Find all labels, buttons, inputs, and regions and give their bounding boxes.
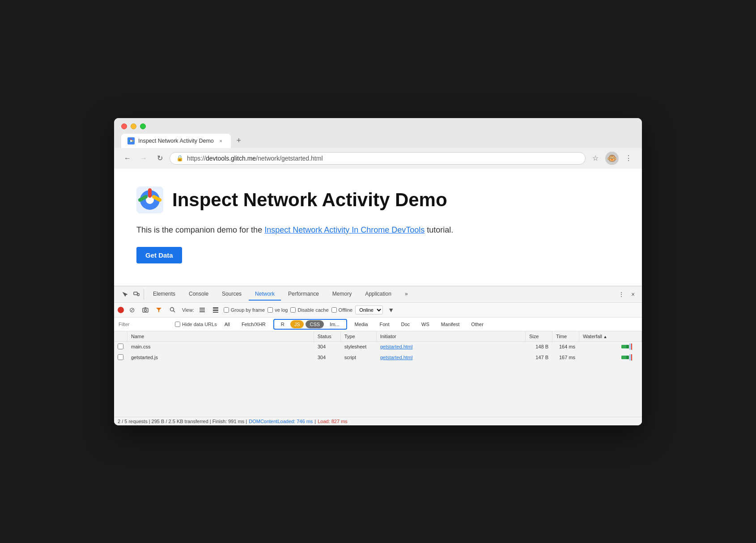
disable-cache-checkbox[interactable]	[290, 307, 296, 313]
th-size[interactable]: Size	[526, 331, 552, 342]
cursor-icon[interactable]	[119, 289, 130, 300]
row-initiator[interactable]: getstarted.html	[376, 341, 525, 352]
filter-js-button[interactable]: JS	[290, 320, 304, 328]
tutorial-link[interactable]: Inspect Network Activity In Chrome DevTo…	[264, 225, 425, 234]
table-row[interactable]: main.css 304 stylesheet getstarted.html …	[114, 341, 642, 352]
search-button[interactable]	[167, 305, 178, 315]
row-size: 147 B	[526, 352, 552, 363]
tab-title: Inspect Network Activity Demo	[138, 138, 214, 144]
filter-doc-button[interactable]: Doc	[397, 320, 414, 328]
filter-css-button[interactable]: CSS	[306, 320, 324, 328]
devtools-kebab-icon[interactable]: ⋮	[616, 289, 627, 300]
row-initiator[interactable]: getstarted.html	[376, 352, 525, 363]
back-button[interactable]: ←	[121, 152, 134, 165]
filter-button[interactable]	[153, 305, 164, 315]
disable-cache-label[interactable]: Disable cache	[290, 307, 328, 313]
filter-input[interactable]	[118, 321, 171, 328]
get-data-button[interactable]: Get Data	[136, 247, 182, 263]
throttle-down-arrow[interactable]: ▼	[386, 305, 396, 315]
responsive-icon[interactable]	[131, 289, 142, 300]
waterfall-bar-dark	[626, 356, 629, 359]
th-type[interactable]: Type	[340, 331, 376, 342]
row-time: 167 ms	[552, 352, 579, 363]
th-time[interactable]: Time	[552, 331, 579, 342]
reload-button[interactable]: ↻	[153, 152, 166, 165]
clear-button[interactable]: ⊘	[127, 305, 137, 315]
svg-point-9	[170, 308, 174, 311]
minimize-traffic-light[interactable]	[131, 123, 136, 129]
offline-label[interactable]: Offline	[331, 307, 353, 313]
url-bar[interactable]: 🔒 https://devtools.glitch.me/network/get…	[170, 152, 586, 165]
filter-img-button[interactable]: Im...	[326, 320, 343, 328]
svg-rect-14	[213, 307, 218, 309]
panel-icons	[118, 289, 144, 300]
close-traffic-light[interactable]	[121, 123, 127, 129]
svg-rect-15	[213, 310, 218, 311]
tab-memory[interactable]: Memory	[326, 288, 358, 301]
filter-font-button[interactable]: Font	[375, 320, 393, 328]
empty-row	[114, 363, 642, 416]
forward-button[interactable]: →	[137, 152, 150, 165]
offline-checkbox[interactable]	[331, 307, 337, 313]
url-domain: devtools.glitch.me	[206, 155, 256, 162]
chrome-logo	[136, 187, 163, 213]
group-by-frame-checkbox[interactable]	[224, 307, 229, 313]
initiator-link[interactable]: getstarted.html	[380, 355, 413, 360]
filter-r-button[interactable]: R	[277, 320, 289, 328]
filter-other-button[interactable]: Other	[467, 320, 488, 328]
active-tab[interactable]: Inspect Network Activity Demo ×	[121, 134, 231, 148]
throttle-select[interactable]: Online	[355, 305, 383, 314]
th-status[interactable]: Status	[314, 331, 340, 342]
url-prefix: https://	[187, 155, 206, 162]
new-tab-button[interactable]: +	[233, 135, 245, 147]
row-name: getstarted.js	[127, 352, 314, 363]
waterfall-red-line	[631, 354, 632, 361]
load-link[interactable]: Load: 827 ms	[318, 419, 348, 424]
group-by-frame-label[interactable]: Group by frame	[224, 307, 265, 313]
tab-console[interactable]: Console	[183, 288, 215, 301]
hide-data-urls-label[interactable]: Hide data URLs	[175, 322, 217, 327]
tab-more[interactable]: »	[399, 288, 414, 301]
th-name[interactable]: Name	[127, 331, 314, 342]
tab-close-button[interactable]: ×	[217, 137, 225, 144]
row-checkbox-cell	[114, 341, 127, 352]
svg-rect-11	[200, 308, 205, 309]
preserve-log-label[interactable]: ve log	[268, 307, 288, 313]
row-checkbox[interactable]	[118, 354, 123, 360]
title-bar: Inspect Network Activity Demo × +	[114, 118, 642, 148]
th-waterfall[interactable]: Waterfall	[579, 331, 642, 342]
initiator-link[interactable]: getstarted.html	[380, 344, 413, 349]
camera-button[interactable]	[140, 305, 151, 315]
row-checkbox[interactable]	[118, 344, 123, 349]
th-initiator[interactable]: Initiator	[376, 331, 525, 342]
record-button[interactable]	[118, 307, 124, 313]
tab-elements[interactable]: Elements	[147, 288, 182, 301]
row-status: 304	[314, 341, 340, 352]
filter-ws-button[interactable]: WS	[417, 320, 433, 328]
svg-rect-16	[213, 312, 218, 313]
table-row[interactable]: getstarted.js 304 script getstarted.html…	[114, 352, 642, 363]
tab-sources[interactable]: Sources	[216, 288, 248, 301]
network-toolbar: ⊘ View:	[114, 303, 642, 318]
dom-content-loaded-link[interactable]: DOMContentLoaded: 746 ms	[249, 419, 313, 424]
traffic-lights	[121, 123, 635, 129]
filter-media-button[interactable]: Media	[351, 320, 372, 328]
list-view-button[interactable]	[197, 305, 208, 315]
tab-performance[interactable]: Performance	[282, 288, 325, 301]
tab-network[interactable]: Network	[249, 288, 281, 301]
hide-data-urls-checkbox[interactable]	[175, 322, 180, 327]
filter-xhr-button[interactable]: Fetch/XHR	[238, 320, 270, 328]
devtools-close-button[interactable]: ×	[628, 289, 638, 300]
row-size: 148 B	[526, 341, 552, 352]
large-rows-button[interactable]	[210, 305, 221, 315]
bookmark-button[interactable]: ☆	[589, 152, 602, 165]
tab-application[interactable]: Application	[359, 288, 398, 301]
maximize-traffic-light[interactable]	[140, 123, 146, 129]
preserve-log-checkbox[interactable]	[268, 307, 273, 313]
filter-manifest-button[interactable]: Manifest	[437, 320, 464, 328]
page-title: Inspect Network Activity Demo	[172, 189, 447, 211]
filter-all-button[interactable]: All	[221, 320, 234, 328]
svg-rect-13	[200, 311, 205, 312]
chrome-menu-button[interactable]: ⋮	[622, 152, 635, 165]
profile-button[interactable]: 🐵	[605, 152, 619, 165]
